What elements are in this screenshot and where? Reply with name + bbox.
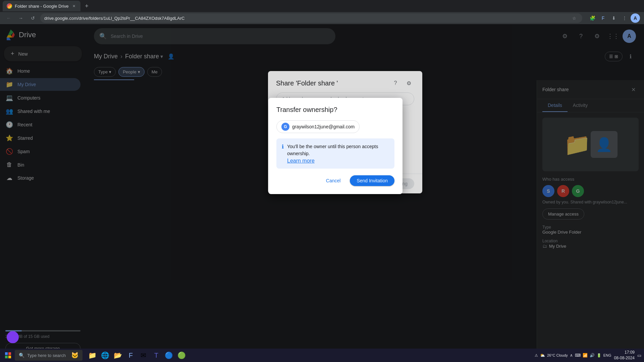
- url-text: drive.google.com/drive/folders/1uLl_Qp2l…: [44, 16, 568, 21]
- bookmark-icon[interactable]: ☆: [570, 14, 578, 22]
- taskbar-app-chrome2[interactable]: 🟢: [176, 349, 188, 361]
- profile-button[interactable]: A: [631, 13, 640, 23]
- tab-close-button[interactable]: ✕: [71, 3, 76, 9]
- transfer-title: Transfer ownership?: [276, 106, 394, 114]
- chrome2-icon: 🟢: [177, 351, 186, 359]
- keyboard-icon: ⌨: [575, 353, 581, 358]
- transfer-email-chip: G graywilson12june@gmail.com: [276, 120, 360, 133]
- svg-rect-1: [8, 352, 11, 355]
- browser-chrome: 🗂 Folder share - Google Drive ✕ + ← → ↺ …: [0, 0, 644, 24]
- edge-icon: 🌐: [101, 351, 109, 359]
- clock: 17:09 08-08-2024: [614, 350, 635, 361]
- lang-text: ENG: [603, 353, 611, 357]
- taskbar-app-chrome[interactable]: 🔵: [163, 349, 175, 361]
- tab-title: Folder share - Google Drive: [15, 4, 68, 9]
- network-icon: 📶: [583, 353, 588, 358]
- taskbar-search-text: Type here to search: [27, 353, 66, 358]
- framer-icon: F: [129, 352, 133, 359]
- svg-rect-2: [5, 356, 8, 358]
- explorer-icon: 📁: [88, 351, 97, 359]
- svg-rect-3: [8, 356, 11, 358]
- refresh-button[interactable]: ↺: [28, 13, 38, 23]
- share-settings-icon[interactable]: ⚙: [404, 78, 414, 88]
- start-button[interactable]: [3, 350, 13, 361]
- framer-extension-icon[interactable]: F: [598, 13, 608, 23]
- taskbar-apps: 📁 🌐 📂 F ✉ T 🔵 🟢: [87, 349, 188, 361]
- share-help-icon[interactable]: ?: [390, 78, 401, 88]
- weather-icon: ⛅: [540, 353, 545, 358]
- weather-text: 26°C Cloudy: [547, 353, 568, 357]
- info-box: ℹ You'll be the owner until this person …: [276, 138, 394, 169]
- chrome-icon: 🔵: [165, 351, 173, 359]
- cat-emoji: 🐱: [71, 352, 78, 359]
- back-button[interactable]: ←: [4, 13, 13, 23]
- taskbar-app-files[interactable]: 📂: [112, 349, 124, 361]
- share-dialog-icons: ? ⚙: [390, 78, 414, 88]
- transfer-ownership-dialog: Transfer ownership? G graywilson12june@g…: [268, 98, 402, 194]
- tab-favicon: 🗂: [7, 3, 12, 9]
- taskbar-app-teams[interactable]: T: [150, 349, 162, 361]
- purple-circle[interactable]: [7, 331, 19, 343]
- address-bar[interactable]: drive.google.com/drive/folders/1uLl_Qp2l…: [40, 13, 582, 23]
- windows-logo-icon: [5, 352, 11, 358]
- modal-overlay: Share 'Folder share ' ? ⚙ Add people, gr…: [0, 24, 644, 350]
- downloads-icon[interactable]: ⬇: [609, 13, 619, 23]
- taskbar-app-explorer[interactable]: 📁: [87, 349, 99, 361]
- forward-button[interactable]: →: [16, 13, 25, 23]
- taskbar-app-mail[interactable]: ✉: [138, 349, 150, 361]
- mail-icon: ✉: [141, 351, 146, 359]
- taskbar-app-framer[interactable]: F: [125, 349, 137, 361]
- expand-tray-icon[interactable]: ∧: [570, 353, 573, 358]
- info-content: You'll be the owner until this person ac…: [287, 143, 389, 164]
- taskbar-app-edge[interactable]: 🌐: [99, 349, 111, 361]
- svg-rect-0: [5, 352, 8, 355]
- new-tab-button[interactable]: +: [82, 1, 91, 11]
- more-options-icon[interactable]: ⋮: [620, 13, 629, 23]
- chip-avatar: G: [281, 123, 289, 131]
- transfer-actions: Cancel Send Invitation: [276, 175, 394, 186]
- learn-more-link[interactable]: Learn more: [287, 158, 389, 164]
- teams-icon: T: [154, 352, 158, 359]
- clock-time: 17:09: [614, 350, 635, 355]
- share-dialog-title: Share 'Folder share ': [276, 79, 390, 87]
- taskbar-search[interactable]: 🔍 Type here to search 🐱: [15, 350, 83, 361]
- system-tray: ⚠ ⛅ 26°C Cloudy ∧ ⌨ 📶 🔊 🔋 ENG: [535, 353, 611, 358]
- volume-icon: 🔊: [590, 353, 595, 358]
- battery-icon: 🔋: [597, 353, 601, 358]
- extensions-icon[interactable]: 🧩: [588, 13, 597, 23]
- info-circle-icon: ℹ: [282, 143, 284, 150]
- active-tab[interactable]: 🗂 Folder share - Google Drive ✕: [3, 1, 80, 11]
- files-icon: 📂: [114, 351, 122, 359]
- cancel-button[interactable]: Cancel: [319, 175, 347, 186]
- taskbar-system: ⚠ ⛅ 26°C Cloudy ∧ ⌨ 📶 🔊 🔋 ENG 17:09 08-0…: [535, 350, 641, 361]
- show-desktop-button[interactable]: ▭: [637, 353, 641, 358]
- share-dialog-header: Share 'Folder share ' ? ⚙: [268, 71, 422, 93]
- info-text: You'll be the owner until this person ac…: [287, 144, 378, 156]
- network-error-icon: ⚠: [535, 353, 538, 358]
- taskbar-search-icon: 🔍: [19, 353, 24, 358]
- send-invitation-button[interactable]: Send Invitation: [350, 175, 394, 186]
- chip-email: graywilson12june@gmail.com: [292, 124, 355, 129]
- clock-date: 08-08-2024: [614, 355, 635, 361]
- taskbar: 🔍 Type here to search 🐱 📁 🌐 📂 F ✉ T 🔵 🟢: [0, 349, 644, 362]
